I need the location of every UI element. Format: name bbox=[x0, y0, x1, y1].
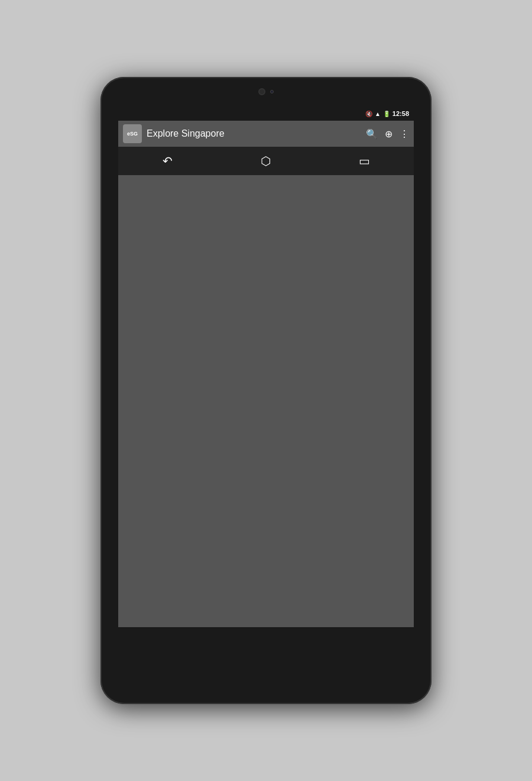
tablet-bottom bbox=[100, 627, 432, 651]
camera-main bbox=[258, 88, 265, 95]
app-title: Explore Singapore bbox=[147, 128, 361, 139]
back-button[interactable]: ↶ bbox=[163, 154, 173, 168]
app-bar-icons: 🔍 ⊕ ⋮ bbox=[366, 128, 409, 140]
camera-secondary bbox=[270, 90, 274, 93]
tablet: 🔇 ▲ 🔋 12:58 eSG Explore Singapore 🔍 ⊕ ⋮ bbox=[100, 77, 432, 704]
app-logo: eSG bbox=[123, 124, 142, 143]
recent-button[interactable]: ▭ bbox=[359, 154, 370, 168]
wifi-icon: ▲ bbox=[375, 111, 381, 117]
home-button[interactable]: ⬡ bbox=[261, 154, 271, 168]
search-icon[interactable]: 🔍 bbox=[366, 128, 378, 140]
tablet-top bbox=[100, 77, 432, 106]
location-icon[interactable]: ⊕ bbox=[385, 128, 392, 140]
status-bar: 🔇 ▲ 🔋 12:58 bbox=[118, 106, 414, 121]
menu-icon[interactable]: ⋮ bbox=[400, 128, 409, 140]
mute-icon: 🔇 bbox=[365, 111, 372, 117]
screen: 🔇 ▲ 🔋 12:58 eSG Explore Singapore 🔍 ⊕ ⋮ bbox=[118, 106, 414, 627]
battery-icon: 🔋 bbox=[383, 111, 390, 117]
nav-bar: ↶ ⬡ ▭ bbox=[118, 147, 414, 175]
app-bar: eSG Explore Singapore 🔍 ⊕ ⋮ bbox=[118, 121, 414, 147]
status-time: 12:58 bbox=[392, 110, 409, 117]
